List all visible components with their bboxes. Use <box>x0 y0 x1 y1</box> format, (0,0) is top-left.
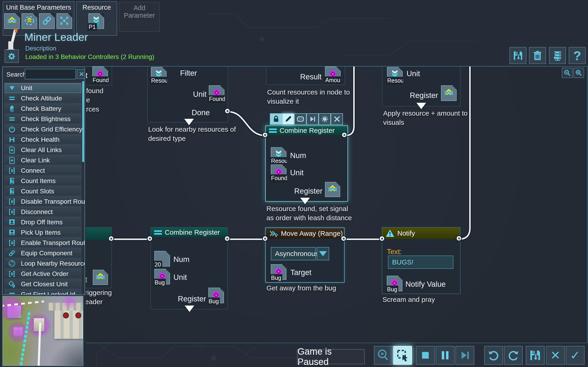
add-parameter-tab[interactable]: Add Parameter <box>119 2 160 32</box>
register-signal-chip[interactable] <box>325 182 340 197</box>
sidebar-item-connect[interactable]: Connect <box>5 166 81 175</box>
node-unit-visual[interactable]: Resou Unit Register <box>382 66 460 106</box>
param-chip-converge[interactable] <box>57 13 72 29</box>
save-changes-button[interactable] <box>526 346 545 365</box>
wire-connector-in[interactable] <box>379 236 385 242</box>
dropdown-open-button[interactable] <box>317 247 329 260</box>
wire-connector-out[interactable] <box>341 236 346 242</box>
select-tool-button[interactable] <box>393 346 412 365</box>
resource-num-chip[interactable]: Resou <box>271 147 286 163</box>
wire-connector-out[interactable] <box>341 132 347 138</box>
number-value-chip[interactable]: 20 <box>154 251 170 267</box>
amount-item-chip[interactable]: Amou <box>325 67 341 82</box>
node-combine-register-selected[interactable]: Combine Register Resou Num Found Unit Re… <box>265 125 348 202</box>
sidebar-item-unit[interactable]: Unit <box>5 83 81 93</box>
redo-button[interactable] <box>504 346 523 365</box>
step-forward-button[interactable] <box>456 346 474 365</box>
canvas-zoom-in-button[interactable] <box>573 68 584 78</box>
sidebar-item-check-health[interactable]: Check Health <box>5 135 81 144</box>
node-move-away[interactable]: Move Away (Range) Asynchronous Bug Targe… <box>265 227 345 283</box>
save-behavior-button[interactable] <box>510 47 527 64</box>
zoom-to-running-button[interactable] <box>374 346 393 365</box>
controller-list-button[interactable] <box>549 47 566 64</box>
world-preview-minimap[interactable] <box>2 296 83 366</box>
sidebar-item-count-slots[interactable]: Count Slots <box>5 186 81 196</box>
node-notify[interactable]: Notify Text: BUGS! Bug Notify Value <box>382 227 460 294</box>
wire-connector-out[interactable] <box>456 235 462 241</box>
step-node-button[interactable] <box>306 113 319 125</box>
bug-value-chip[interactable]: Bug <box>387 276 402 291</box>
lock-node-button[interactable] <box>270 113 282 125</box>
cancel-button[interactable]: ✕ <box>546 346 565 365</box>
sidebar-item-clear-all-links[interactable]: Clear All Links <box>5 145 81 155</box>
list-scrollbar[interactable] <box>82 81 84 162</box>
clear-search-button[interactable]: ✕ <box>77 69 85 79</box>
sync-mode-dropdown[interactable]: Asynchronous <box>271 247 316 260</box>
notify-text-input[interactable]: BUGS! <box>388 256 453 269</box>
wire-connector-in[interactable] <box>262 132 268 138</box>
wire-connector-out[interactable] <box>224 236 230 242</box>
pause-button[interactable] <box>436 346 455 365</box>
behavior-node-canvas[interactable]: t Found found e rces Resou Filter Unit <box>86 66 588 343</box>
node-combine-register-bottom[interactable]: Combine Register 20 Num Bug Unit Registe… <box>150 227 228 309</box>
sidebar-item-get-first-locked-id[interactable]: Get First Locked Id <box>5 290 81 295</box>
wire-connector-out[interactable] <box>108 236 114 242</box>
register-signal-chip[interactable] <box>441 85 457 101</box>
node-header[interactable]: Move Away (Range) <box>266 228 344 239</box>
register-signal-chip[interactable] <box>93 270 108 285</box>
wire-connector-done-out[interactable] <box>225 108 230 114</box>
stop-button[interactable] <box>416 346 435 365</box>
node-header[interactable]: Notify <box>382 227 460 239</box>
resource-source-chip[interactable]: Resou <box>151 67 166 83</box>
sidebar-item-equip-component[interactable]: Equip Component <box>5 248 81 258</box>
sidebar-item-disable-transport-route[interactable]: Disable Transport Route <box>5 197 81 206</box>
param-chip-signal[interactable] <box>4 13 20 29</box>
undo-button[interactable] <box>484 346 503 365</box>
sidebar-item-drop-off-items[interactable]: Drop Off Items <box>5 217 81 227</box>
node-settings-button[interactable] <box>319 113 331 125</box>
sidebar-item-pick-up-items[interactable]: Pick Up Items <box>5 227 81 237</box>
confirm-button[interactable]: ✓ <box>566 346 585 365</box>
search-input[interactable] <box>25 69 76 79</box>
node-partial-bottom[interactable]: t <box>86 227 112 288</box>
bug-unit-chip[interactable]: Bug <box>154 269 170 284</box>
found-unit-chip[interactable]: Found <box>271 165 286 180</box>
sidebar-item-get-active-order[interactable]: Get Active Order <box>5 269 81 279</box>
param-chip-loop[interactable] <box>22 13 37 29</box>
sidebar-item-check-altitude[interactable]: Check Altitude <box>5 93 81 103</box>
wire-connector-in[interactable] <box>147 236 153 242</box>
behavior-title[interactable]: Miner Leader <box>24 31 88 43</box>
param-chip-link[interactable] <box>39 13 55 29</box>
node-filter[interactable]: Resou Filter Unit Found Done <box>147 66 228 123</box>
node-header[interactable]: Combine Register <box>151 227 227 237</box>
sidebar-item-enable-transport-route[interactable]: Enable Transport Route <box>5 238 81 248</box>
canvas-zoom-out-button[interactable] <box>562 68 573 78</box>
resource-p1-chip[interactable]: P1 <box>88 13 104 29</box>
wire-connector-in[interactable] <box>262 236 268 242</box>
breakpoint-node-button[interactable] <box>294 113 306 125</box>
bug-register-chip[interactable]: Bug <box>208 288 224 303</box>
bug-target-chip[interactable]: Bug <box>271 264 286 280</box>
sidebar-item-loop-nearby-resources[interactable]: Loop Nearby Resources <box>5 259 81 268</box>
close-node-button[interactable] <box>331 113 343 125</box>
help-button[interactable]: ? <box>569 47 586 64</box>
sidebar-item-check-grid-efficiency[interactable]: Check Grid Efficiency <box>5 124 81 134</box>
sidebar-item-check-battery[interactable]: Check Battery <box>5 104 81 114</box>
behavior-description[interactable]: Description <box>25 45 56 52</box>
node-header[interactable] <box>86 227 111 240</box>
found-item-chip[interactable]: Found <box>209 85 225 101</box>
sidebar-item-count-items[interactable]: Count Items <box>5 176 81 186</box>
sidebar-item-get-closest-unit[interactable]: Get Closest Unit <box>5 279 81 289</box>
sidebar-item-check-blightness[interactable]: Check Blightness <box>5 114 81 124</box>
node-result[interactable]: Result Amou <box>266 66 345 85</box>
node-header[interactable]: Combine Register <box>266 126 347 135</box>
settings-button[interactable] <box>5 50 19 63</box>
delete-behavior-button[interactable] <box>529 47 546 64</box>
field-label: t <box>86 71 87 80</box>
sidebar-item-clear-link[interactable]: Clear Link <box>5 155 81 165</box>
sidebar-item-disconnect[interactable]: Disconnect <box>5 207 81 217</box>
node-partial-top[interactable]: t Found <box>86 66 112 85</box>
edit-node-button[interactable] <box>282 113 294 125</box>
resource-source-chip[interactable]: Resou <box>387 67 403 83</box>
found-item-chip[interactable]: Found <box>92 67 108 82</box>
